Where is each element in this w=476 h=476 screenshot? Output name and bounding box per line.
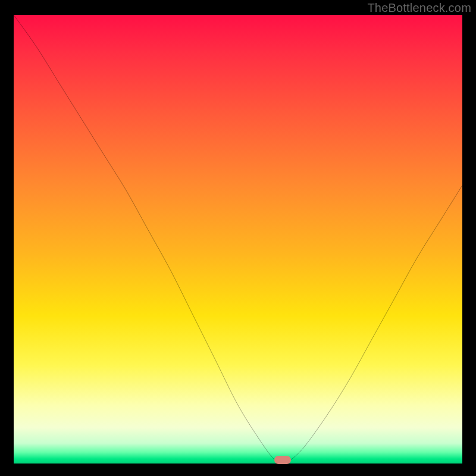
plot-area	[14, 15, 462, 464]
optimal-point-marker	[274, 456, 291, 464]
watermark-label: TheBottleneck.com	[367, 1, 471, 15]
curve-path	[14, 15, 462, 464]
bottleneck-curve	[14, 15, 462, 464]
chart-frame: TheBottleneck.com	[0, 0, 476, 476]
